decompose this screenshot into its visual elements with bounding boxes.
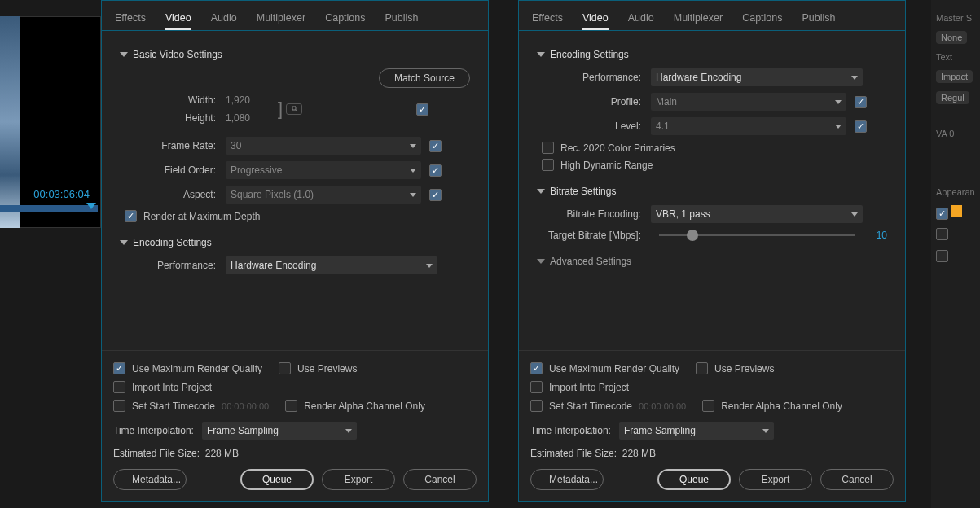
alpha-only-check[interactable] [702, 400, 714, 412]
queue-button[interactable]: Queue [657, 469, 731, 490]
none-button[interactable]: None [936, 31, 967, 44]
est-size-label: Estimated File Size: [530, 448, 617, 459]
tab-captions[interactable]: Captions [325, 7, 365, 30]
tab-multiplexer[interactable]: Multiplexer [674, 7, 723, 30]
target-bitrate-label: Target Bitrate [Mbps]: [537, 230, 651, 241]
fill-check[interactable] [936, 208, 948, 220]
use-previews-check[interactable] [279, 362, 291, 374]
framerate-label: Frame Rate: [128, 140, 226, 151]
fill-color-swatch[interactable] [951, 205, 962, 217]
aspect-dropdown[interactable]: Square Pixels (1.0) [226, 186, 421, 204]
alpha-only-check[interactable] [285, 400, 297, 412]
level-match-check[interactable] [855, 120, 867, 133]
advanced-settings-header[interactable]: Advanced Settings [537, 256, 887, 267]
time-interp-dropdown[interactable]: Frame Sampling [619, 422, 774, 440]
chevron-down-icon [835, 125, 842, 129]
tab-audio[interactable]: Audio [628, 7, 654, 30]
dimensions-match-source-check[interactable] [416, 103, 428, 116]
encoding-settings-header[interactable]: Encoding Settings [537, 49, 887, 60]
rec2020-check[interactable] [542, 142, 554, 154]
tab-effects[interactable]: Effects [115, 7, 146, 30]
profile-dropdown[interactable]: Main [651, 93, 846, 111]
queue-button[interactable]: Queue [240, 469, 314, 490]
encoding-settings-header[interactable]: Encoding Settings [120, 237, 470, 248]
bitrate-settings-header[interactable]: Bitrate Settings [537, 186, 887, 197]
est-size-label: Estimated File Size: [113, 448, 200, 459]
stroke-check[interactable] [936, 228, 948, 240]
tab-video[interactable]: Video [582, 7, 609, 30]
framerate-match-source-check[interactable] [429, 140, 442, 152]
tab-multiplexer[interactable]: Multiplexer [257, 7, 305, 30]
font-regular[interactable]: Regul [936, 91, 969, 104]
advanced-title: Advanced Settings [550, 256, 631, 267]
tab-audio[interactable]: Audio [211, 7, 237, 30]
tab-video[interactable]: Video [165, 7, 191, 30]
shadow-check[interactable] [936, 250, 948, 262]
profile-match-check[interactable] [855, 96, 867, 108]
export-footer: Use Maximum Render Quality Use Previews … [102, 350, 488, 501]
aspect-match-source-check[interactable] [429, 189, 442, 201]
chevron-down-icon [851, 76, 858, 80]
encoding-title: Encoding Settings [133, 237, 212, 248]
match-source-button[interactable]: Match Source [379, 68, 470, 88]
export-button[interactable]: Export [739, 469, 812, 490]
set-start-tc-check[interactable] [530, 400, 543, 412]
start-tc-value[interactable]: 00:00:00:00 [639, 401, 686, 411]
tab-publish[interactable]: Publish [385, 7, 419, 30]
import-project-label: Import Into Project [132, 382, 212, 393]
settings-scroll-area[interactable]: Encoding Settings Performance: Hardware … [519, 31, 905, 350]
export-button[interactable]: Export [322, 469, 395, 490]
timeline-playhead[interactable] [86, 203, 96, 209]
render-max-depth-check[interactable] [125, 210, 137, 222]
settings-scroll-area[interactable]: Basic Video Settings Match Source Width:… [102, 31, 488, 350]
set-start-tc-label: Set Start Timecode [549, 401, 632, 412]
time-interp-label: Time Interpolation: [113, 425, 194, 436]
height-value[interactable]: 1,080 [226, 112, 275, 124]
tab-effects[interactable]: Effects [532, 7, 563, 30]
chevron-down-icon [851, 212, 858, 217]
hdr-check[interactable] [542, 159, 554, 171]
set-start-tc-check[interactable] [113, 400, 125, 412]
chevron-down-icon [835, 100, 842, 104]
framerate-dropdown[interactable]: 30 [226, 137, 421, 155]
import-project-label: Import Into Project [549, 382, 629, 393]
metadata-button[interactable]: Metadata... [530, 469, 604, 490]
tab-captions[interactable]: Captions [742, 7, 782, 30]
appearance-label: Appearan [936, 187, 975, 197]
rec2020-label: Rec. 2020 Color Primaries [560, 142, 675, 154]
use-previews-check[interactable] [696, 362, 708, 374]
profile-label: Profile: [537, 96, 651, 107]
target-bitrate-slider[interactable] [659, 234, 855, 236]
basic-video-settings-header[interactable]: Basic Video Settings [120, 49, 470, 60]
cancel-button[interactable]: Cancel [820, 469, 894, 490]
target-bitrate-value[interactable]: 10 [863, 230, 887, 241]
import-project-check[interactable] [113, 381, 125, 393]
chevron-down-icon [410, 193, 416, 197]
link-icon[interactable]: ⧉ [286, 103, 302, 115]
import-project-check[interactable] [530, 381, 543, 393]
master-label: Master S [936, 13, 975, 23]
performance-dropdown[interactable]: Hardware Encoding [651, 68, 863, 86]
metadata-button[interactable]: Metadata... [113, 469, 187, 490]
slider-thumb[interactable] [687, 230, 698, 241]
est-size-value: 228 MB [622, 448, 656, 459]
fieldorder-match-source-check[interactable] [429, 164, 442, 177]
font-impact[interactable]: Impact [936, 70, 973, 83]
set-start-tc-label: Set Start Timecode [132, 401, 215, 412]
fieldorder-dropdown[interactable]: Progressive [226, 161, 421, 179]
time-interp-dropdown[interactable]: Frame Sampling [202, 422, 357, 440]
bitrate-encoding-dropdown[interactable]: VBR, 1 pass [651, 205, 863, 223]
performance-label: Performance: [128, 260, 226, 271]
cancel-button[interactable]: Cancel [403, 469, 477, 490]
start-tc-value[interactable]: 00:00:00:00 [222, 401, 269, 411]
alpha-only-label: Render Alpha Channel Only [721, 401, 842, 412]
chevron-down-icon [345, 429, 352, 433]
bitrate-encoding-label: Bitrate Encoding: [537, 208, 651, 220]
performance-dropdown[interactable]: Hardware Encoding [226, 256, 437, 274]
width-value[interactable]: 1,920 [226, 94, 275, 106]
use-max-quality-check[interactable] [530, 362, 543, 374]
level-dropdown[interactable]: 4.1 [651, 117, 846, 135]
timeline-bar[interactable] [0, 205, 98, 212]
use-max-quality-check[interactable] [113, 362, 125, 374]
tab-publish[interactable]: Publish [802, 7, 836, 30]
